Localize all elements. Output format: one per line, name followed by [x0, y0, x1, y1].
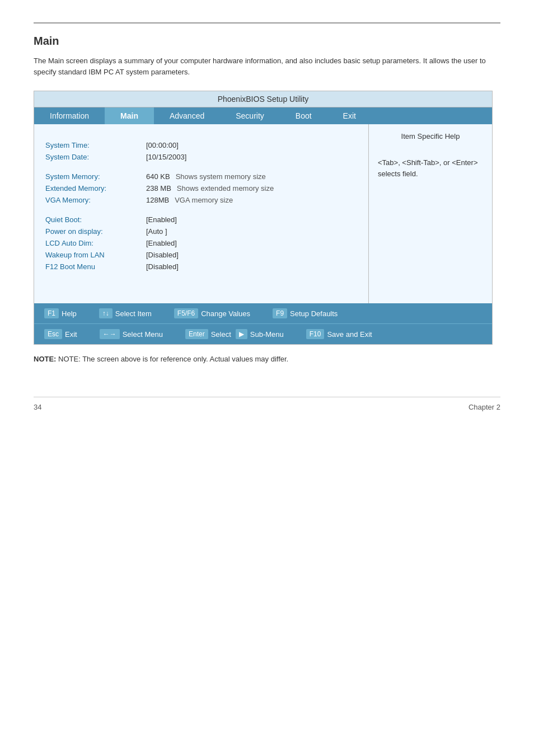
help-text: <Tab>, <Shift-Tab>, or <Enter> selects f… — [378, 157, 483, 179]
field-system-time: System Time: [00:00:00] — [45, 141, 357, 149]
footer-page-number: 34 — [34, 403, 41, 411]
top-divider — [34, 22, 500, 24]
bios-title-bar: PhoenixBIOS Setup Utility — [34, 91, 492, 107]
label-help: Help — [62, 309, 77, 318]
status-f1-help: F1 Help — [39, 306, 82, 321]
field-label-power-on-display: Power on display: — [45, 227, 146, 236]
field-system-date: System Date: [10/15/2003] — [45, 153, 357, 161]
bios-help-panel: Item Specific Help <Tab>, <Shift-Tab>, o… — [369, 124, 492, 303]
key-f9: F9 — [273, 308, 287, 318]
label-sub-menu: Sub-Menu — [250, 330, 284, 339]
label-save-and-exit: Save and Exit — [327, 330, 372, 339]
field-desc-system-memory: Shows system memory size — [176, 172, 266, 181]
field-desc-vga-memory: VGA memory size — [175, 196, 233, 204]
field-label-extended-memory: Extended Memory: — [45, 184, 146, 192]
field-wakeup-from-lan: Wakeup from LAN [Disabled] — [45, 251, 357, 259]
field-label-f12-boot-menu: F12 Boot Menu — [45, 262, 146, 271]
field-value-f12-boot-menu[interactable]: [Disabled] — [146, 262, 179, 271]
bios-nav: Information Main Advanced Security Boot … — [34, 107, 492, 124]
page-title: Main — [34, 35, 500, 48]
field-label-vga-memory: VGA Memory: — [45, 196, 146, 204]
field-value-extended-memory: 238 MB — [146, 184, 171, 192]
key-enter: Enter — [185, 329, 208, 339]
key-arrows: ↑↓ — [99, 308, 113, 318]
nav-item-advanced[interactable]: Advanced — [154, 107, 220, 124]
bios-setup-box: PhoenixBIOS Setup Utility Information Ma… — [34, 91, 493, 345]
field-value-power-on-display[interactable]: [Auto ] — [146, 227, 167, 236]
field-value-system-date[interactable]: [10/15/2003] — [146, 153, 186, 161]
footer-chapter: Chapter 2 — [469, 403, 500, 411]
label-change-values: Change Values — [201, 309, 250, 318]
field-value-system-time[interactable]: [00:00:00] — [146, 141, 179, 149]
status-line-2: Esc Exit ←→ Select Menu Enter Select ▶ S… — [34, 323, 492, 344]
help-title: Item Specific Help — [378, 132, 483, 140]
field-value-vga-memory: 128MB — [146, 196, 169, 204]
status-enter-select-submenu: Enter Select ▶ Sub-Menu — [180, 326, 289, 342]
status-lr-select-menu: ←→ Select Menu — [94, 326, 168, 342]
field-quiet-boot: Quiet Boot: [Enabled] — [45, 215, 357, 224]
field-value-quiet-boot[interactable]: [Enabled] — [146, 215, 177, 224]
label-setup-defaults: Setup Defaults — [290, 309, 338, 318]
label-select-menu: Select Menu — [123, 330, 163, 339]
field-label-wakeup-from-lan: Wakeup from LAN — [45, 251, 146, 259]
status-esc-exit: Esc Exit — [39, 326, 83, 342]
label-select-item: Select Item — [115, 309, 152, 318]
status-line-1: F1 Help ↑↓ Select Item F5/F6 Change Valu… — [34, 303, 492, 323]
page-description: The Main screen displays a summary of yo… — [34, 55, 493, 77]
page-footer: 34 Chapter 2 — [34, 397, 500, 411]
field-label-quiet-boot: Quiet Boot: — [45, 215, 146, 224]
nav-item-main[interactable]: Main — [105, 107, 154, 124]
field-lcd-auto-dim: LCD Auto Dim: [Enabled] — [45, 239, 357, 247]
field-value-lcd-auto-dim[interactable]: [Enabled] — [146, 239, 177, 247]
note-text: NOTE: NOTE: The screen above is for refe… — [34, 355, 500, 363]
status-f5f6-change-values: F5/F6 Change Values — [168, 306, 256, 321]
field-desc-extended-memory: Shows extended memory size — [177, 184, 274, 192]
field-value-wakeup-from-lan[interactable]: [Disabled] — [146, 251, 179, 259]
field-label-system-date: System Date: — [45, 153, 146, 161]
field-vga-memory: VGA Memory: 128MB VGA memory size — [45, 196, 357, 204]
key-esc: Esc — [44, 329, 62, 339]
bios-content-area: System Time: [00:00:00] System Date: [10… — [34, 124, 492, 303]
key-lr: ←→ — [100, 329, 120, 339]
status-f9-setup-defaults: F9 Setup Defaults — [267, 306, 343, 321]
nav-item-information[interactable]: Information — [34, 107, 105, 124]
key-triangle: ▶ — [236, 329, 247, 339]
field-f12-boot-menu: F12 Boot Menu [Disabled] — [45, 262, 357, 271]
field-label-lcd-auto-dim: LCD Auto Dim: — [45, 239, 146, 247]
bios-status-bar: F1 Help ↑↓ Select Item F5/F6 Change Valu… — [34, 303, 492, 344]
label-select: Select — [211, 330, 231, 339]
field-power-on-display: Power on display: [Auto ] — [45, 227, 357, 236]
field-extended-memory: Extended Memory: 238 MB Shows extended m… — [45, 184, 357, 192]
key-f10: F10 — [306, 329, 325, 339]
nav-item-exit[interactable]: Exit — [327, 107, 372, 124]
status-f10-save-exit: F10 Save and Exit — [301, 326, 378, 342]
nav-item-boot[interactable]: Boot — [280, 107, 327, 124]
nav-item-security[interactable]: Security — [220, 107, 280, 124]
label-exit: Exit — [65, 330, 77, 339]
key-f5f6: F5/F6 — [174, 308, 198, 318]
field-value-system-memory: 640 KB — [146, 172, 170, 181]
bios-main-panel: System Time: [00:00:00] System Date: [10… — [34, 124, 369, 303]
field-label-system-time: System Time: — [45, 141, 146, 149]
status-arrows-select-item: ↑↓ Select Item — [93, 306, 157, 321]
field-system-memory: System Memory: 640 KB Shows system memor… — [45, 172, 357, 181]
key-f1: F1 — [44, 308, 59, 318]
field-label-system-memory: System Memory: — [45, 172, 146, 181]
